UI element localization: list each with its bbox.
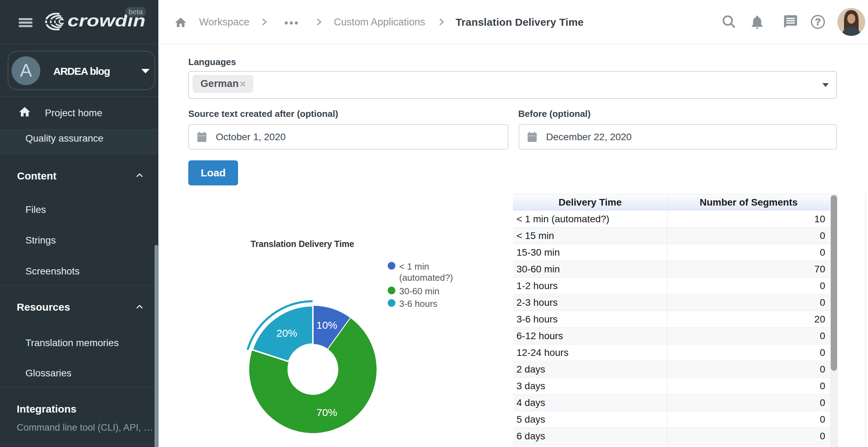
svg-text:10%: 10% — [316, 319, 337, 331]
svg-text:70%: 70% — [316, 407, 337, 418]
svg-text:?: ? — [815, 16, 821, 27]
svg-text:20%: 20% — [276, 327, 297, 339]
